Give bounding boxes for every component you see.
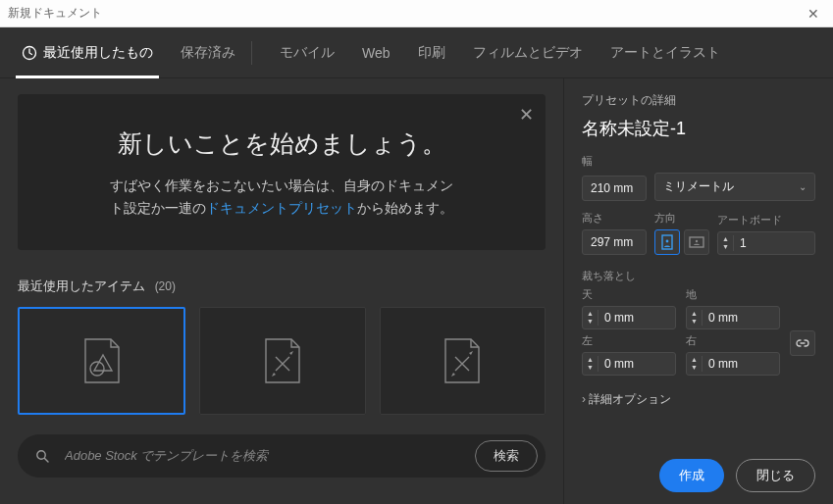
advanced-options-toggle[interactable]: 詳細オプション — [582, 391, 815, 408]
window-close-button[interactable]: ✕ — [802, 6, 825, 22]
artboards-input[interactable] — [734, 232, 773, 254]
height-label: 高さ — [582, 211, 647, 226]
preset-card-3[interactable] — [380, 307, 546, 415]
create-button[interactable]: 作成 — [659, 459, 724, 492]
portrait-icon — [661, 234, 673, 250]
titlebar: 新規ドキュメント ✕ — [0, 0, 833, 27]
preset-detail-title: プリセットの詳細 — [582, 92, 815, 109]
tab-print[interactable]: 印刷 — [412, 30, 451, 76]
tab-recent[interactable]: 最近使用したもの — [16, 30, 159, 78]
bleed-left-label: 左 — [582, 333, 676, 348]
bleed-link-button[interactable] — [790, 330, 815, 356]
stepper-arrows[interactable]: ▲▼ — [718, 235, 734, 251]
clock-icon — [22, 45, 37, 61]
bleed-left-stepper[interactable]: ▲▼ — [582, 352, 676, 376]
orientation-label: 方向 — [654, 211, 709, 226]
tab-label: モバイル — [280, 44, 335, 62]
svg-point-6 — [696, 240, 698, 242]
preset-cards — [18, 307, 546, 415]
orientation-portrait-button[interactable] — [654, 229, 680, 255]
stock-search-input[interactable] — [63, 447, 461, 464]
svg-point-2 — [37, 451, 45, 459]
link-icon — [796, 336, 809, 350]
stock-search-row: 検索 — [18, 434, 546, 478]
window-title: 新規ドキュメント — [8, 5, 102, 22]
bleed-label: 裁ち落とし — [582, 269, 815, 283]
hero-heading: 新しいことを始めましょう。 — [45, 127, 518, 160]
artboards-stepper[interactable]: ▲▼ — [717, 231, 815, 255]
svg-point-4 — [666, 240, 669, 243]
doc-presets-link[interactable]: ドキュメントプリセット — [206, 201, 357, 216]
bleed-right-stepper[interactable]: ▲▼ — [686, 352, 780, 376]
tab-label: 印刷 — [418, 44, 445, 62]
orientation-landscape-button[interactable] — [684, 229, 709, 255]
tab-label: フィルムとビデオ — [473, 44, 583, 62]
hero-panel: ✕ 新しいことを始めましょう。 すばやく作業をおこないたい場合は、自身のドキュメ… — [18, 94, 546, 250]
height-input[interactable] — [582, 229, 647, 255]
close-button[interactable]: 閉じる — [736, 459, 815, 492]
hero-close-button[interactable]: ✕ — [519, 104, 534, 126]
category-tabs: 最近使用したもの 保存済み モバイル Web 印刷 フィルムとビデオ アートとイ… — [0, 27, 833, 78]
tab-label: Web — [362, 45, 390, 61]
tab-label: 最近使用したもの — [43, 44, 153, 62]
bleed-bottom-stepper[interactable]: ▲▼ — [686, 306, 780, 329]
doc-shape-icon — [81, 337, 123, 384]
preset-card-1[interactable] — [18, 307, 185, 415]
width-label: 幅 — [582, 154, 815, 169]
bleed-bottom-label: 地 — [686, 287, 780, 302]
preset-card-2[interactable] — [199, 307, 365, 415]
tab-web[interactable]: Web — [356, 31, 396, 75]
tab-film[interactable]: フィルムとビデオ — [467, 30, 589, 76]
recent-section-title: 最近使用したアイテム (20) — [18, 277, 546, 295]
tab-art[interactable]: アートとイラスト — [604, 30, 726, 76]
artboards-label: アートボード — [717, 213, 815, 227]
preset-name[interactable]: 名称未設定-1 — [582, 117, 815, 140]
search-icon — [35, 449, 49, 463]
doc-tools-icon — [262, 337, 303, 384]
stock-search-button[interactable]: 検索 — [475, 440, 538, 472]
svg-point-1 — [90, 362, 104, 376]
tab-saved[interactable]: 保存済み — [175, 27, 258, 78]
hero-text: すばやく作業をおこないたい場合は、自身のドキュメント設定か一連のドキュメントプリ… — [105, 176, 458, 221]
preset-details-panel: プリセットの詳細 名称未設定-1 幅 ミリメートル ⌄ 高さ 方向 — [563, 78, 833, 504]
tab-label: アートとイラスト — [610, 44, 720, 62]
chevron-down-icon: ⌄ — [799, 181, 807, 192]
bleed-right-label: 右 — [686, 333, 780, 348]
landscape-icon — [689, 236, 704, 248]
bleed-top-label: 天 — [582, 287, 676, 302]
tab-label: 保存済み — [181, 44, 235, 62]
doc-tools-icon — [442, 337, 483, 384]
unit-select[interactable]: ミリメートル ⌄ — [654, 173, 815, 201]
bleed-top-stepper[interactable]: ▲▼ — [582, 306, 676, 329]
tab-mobile[interactable]: モバイル — [274, 30, 340, 76]
width-input[interactable] — [582, 176, 647, 201]
